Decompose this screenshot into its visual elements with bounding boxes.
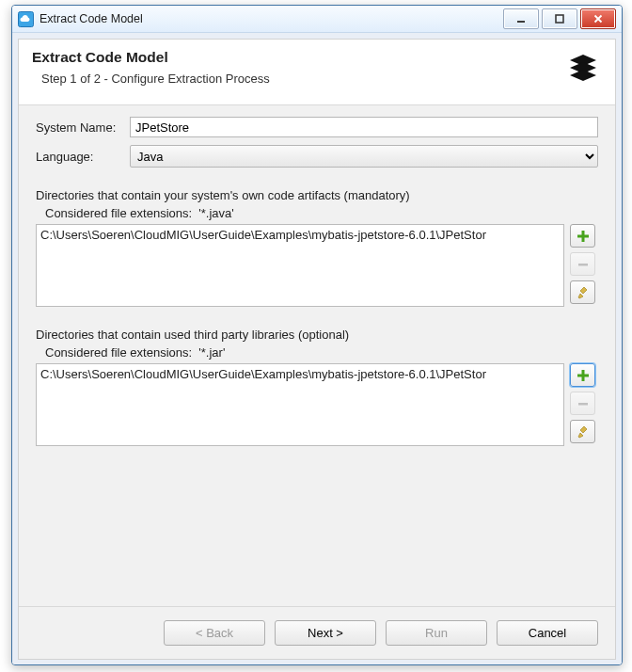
own-code-add-button[interactable] [570, 224, 595, 248]
system-name-input[interactable] [130, 117, 598, 137]
app-cloud-icon [18, 11, 34, 27]
own-code-ext-label: Considered file extensions: [45, 206, 192, 220]
language-label: Language: [36, 150, 130, 164]
svg-rect-8 [578, 403, 588, 406]
third-party-ext-value: '*.jar' [198, 345, 225, 360]
plus-icon [577, 369, 590, 382]
broom-icon [577, 286, 590, 299]
minus-icon [577, 397, 590, 410]
header-title: Extract Code Model [32, 49, 564, 66]
third-party-dir-list[interactable]: C:\Users\Soeren\CloudMIG\UserGuide\Examp… [36, 363, 564, 446]
svg-rect-4 [577, 234, 589, 237]
list-item[interactable]: C:\Users\Soeren\CloudMIG\UserGuide\Examp… [40, 227, 560, 243]
third-party-add-button[interactable] [570, 363, 595, 387]
svg-rect-2 [556, 15, 563, 23]
svg-rect-5 [578, 264, 588, 266]
system-name-label: System Name: [36, 120, 130, 135]
layers-icon [564, 51, 602, 91]
third-party-section: Directories that contain used third part… [36, 328, 598, 446]
third-party-clear-button[interactable] [570, 420, 595, 443]
minus-icon [577, 258, 590, 271]
minimize-button[interactable] [503, 8, 539, 29]
broom-icon [577, 425, 590, 439]
svg-rect-1 [517, 21, 525, 23]
dialog-footer: < Back Next > Run Cancel [19, 606, 615, 659]
language-select[interactable]: Java [130, 145, 598, 168]
own-code-title: Directories that contain your system's o… [36, 188, 598, 202]
svg-rect-7 [577, 374, 589, 376]
window-title: Extract Code Model [40, 12, 143, 25]
cancel-button[interactable]: Cancel [497, 620, 598, 646]
maximize-button[interactable] [542, 8, 577, 29]
third-party-remove-button[interactable] [570, 392, 595, 415]
own-code-remove-button[interactable] [570, 252, 595, 276]
plus-icon [577, 230, 590, 243]
back-button[interactable]: < Back [164, 620, 265, 646]
close-button[interactable] [580, 8, 616, 29]
outer-frame: Extract Code Model Step 1 of 2 - Configu… [12, 33, 622, 665]
list-item[interactable]: C:\Users\Soeren\CloudMIG\UserGuide\Examp… [40, 366, 560, 382]
own-code-dir-list[interactable]: C:\Users\Soeren\CloudMIG\UserGuide\Examp… [36, 224, 564, 307]
dialog-content: Extract Code Model Step 1 of 2 - Configu… [18, 39, 616, 660]
run-button[interactable]: Run [386, 620, 487, 646]
window-buttons [500, 8, 616, 29]
third-party-title: Directories that contain used third part… [36, 328, 598, 342]
header-subtitle: Step 1 of 2 - Configure Extraction Proce… [41, 72, 564, 86]
dialog-body: System Name: Language: Java Directories … [19, 105, 615, 606]
title-bar[interactable]: Extract Code Model [12, 6, 622, 33]
dialog-header: Extract Code Model Step 1 of 2 - Configu… [19, 40, 615, 105]
third-party-ext-label: Considered file extensions: [45, 345, 192, 360]
own-code-section: Directories that contain your system's o… [36, 188, 598, 307]
own-code-clear-button[interactable] [570, 280, 595, 304]
own-code-ext-value: '*.java' [198, 206, 233, 220]
next-button[interactable]: Next > [275, 620, 376, 646]
dialog-window: Extract Code Model Extract Code Model St… [11, 5, 623, 665]
